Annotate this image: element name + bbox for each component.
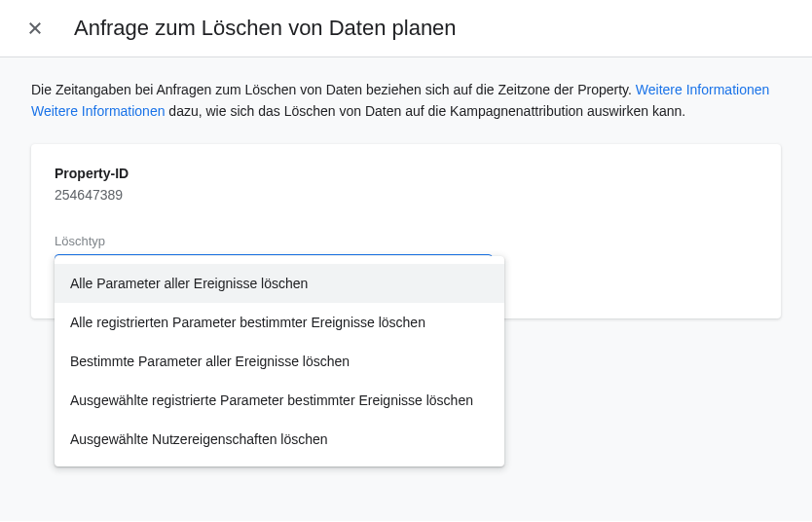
page-title: Anfrage zum Löschen von Daten planen bbox=[74, 16, 457, 41]
close-button[interactable] bbox=[23, 17, 47, 40]
dropdown-option[interactable]: Ausgewählte Nutzereigenschaften löschen bbox=[55, 420, 504, 459]
dropdown-option[interactable]: Alle Parameter aller Ereignisse löschen bbox=[55, 264, 504, 303]
info-line1-text: Die Zeitangaben bei Anfragen zum Löschen… bbox=[31, 82, 636, 97]
header: Anfrage zum Löschen von Daten planen bbox=[0, 0, 812, 57]
property-id-label: Property-ID bbox=[55, 166, 757, 181]
dropdown-option[interactable]: Ausgewählte registrierte Parameter besti… bbox=[55, 381, 504, 420]
delete-type-dropdown: Alle Parameter aller Ereignisse löschen … bbox=[55, 256, 504, 466]
close-icon bbox=[26, 19, 44, 37]
settings-card: Property-ID 254647389 Löschtyp Alle Para… bbox=[31, 144, 781, 318]
content-area: Die Zeitangaben bei Anfragen zum Löschen… bbox=[0, 57, 812, 521]
dropdown-option[interactable]: Bestimmte Parameter aller Ereignisse lös… bbox=[55, 342, 504, 381]
info-line2-text: dazu, wie sich das Löschen von Daten auf… bbox=[165, 103, 685, 119]
dropdown-option[interactable]: Alle registrierten Parameter bestimmter … bbox=[55, 303, 504, 342]
info-text: Die Zeitangaben bei Anfragen zum Löschen… bbox=[31, 79, 781, 123]
delete-type-label: Löschtyp bbox=[55, 234, 757, 248]
more-info-link-2[interactable]: Weitere Informationen bbox=[31, 103, 165, 119]
property-id-value: 254647389 bbox=[55, 187, 757, 203]
more-info-link-1[interactable]: Weitere Informationen bbox=[636, 82, 769, 97]
